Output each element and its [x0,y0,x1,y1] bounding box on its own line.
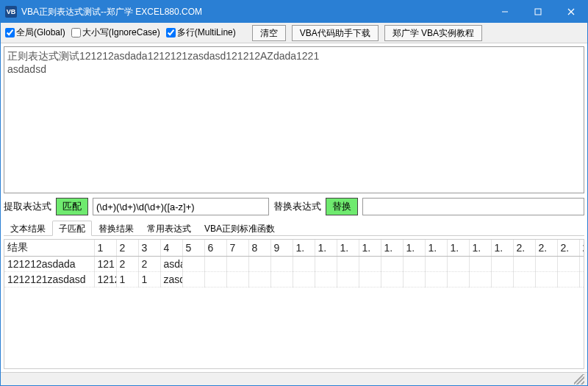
col-header[interactable]: 结果 [4,240,94,257]
cell: 121 [94,257,116,272]
multiline-checkbox-input[interactable] [166,28,176,37]
ignorecase-checkbox-input[interactable] [71,28,81,37]
table-row[interactable]: 1212121zasdasd121211zasdasd [4,272,584,287]
cell [491,272,513,287]
cell [381,272,403,287]
col-header[interactable]: 1. [381,240,403,257]
cell [469,272,491,287]
titlebar: VB VBA正则表达式测试--郑广学 EXCEL880.COM [1,1,587,23]
cell [425,272,447,287]
tutorial-button[interactable]: 郑广学 VBA实例教程 [384,25,482,41]
col-header[interactable]: 6 [204,240,226,257]
cell: 1212121zasdasd [4,272,94,287]
multiline-checkbox-label: 多行(MultiLine) [177,26,236,39]
cell [403,257,425,272]
cell [204,272,226,287]
minimize-button[interactable] [488,1,521,23]
global-checkbox-label: 全局(Global) [16,26,65,39]
cell [248,257,270,272]
close-button[interactable] [554,1,587,23]
cell [315,257,337,272]
cell [491,257,513,272]
download-button[interactable]: VBA代码助手下载 [292,25,379,41]
result-grid[interactable]: 结果1234567891.1.1.1.1.1.1.1.1.1.2.2.2.2.2… [4,239,584,369]
cell [469,257,491,272]
table-row[interactable]: 121212asdada12122asdada [4,257,584,272]
cell [513,272,535,287]
tab-1[interactable]: 子匹配 [52,221,92,236]
col-header[interactable]: 3 [138,240,160,257]
cell: 1212 [94,272,116,287]
result-table: 结果1234567891.1.1.1.1.1.1.1.1.1.2.2.2.2.2… [4,240,584,287]
global-checkbox-input[interactable] [5,28,15,37]
col-header[interactable]: 1. [425,240,447,257]
col-header[interactable]: 1. [403,240,425,257]
cell [337,257,359,272]
multiline-checkbox[interactable]: 多行(MultiLine) [166,26,236,39]
cell [182,257,204,272]
col-header[interactable]: 1. [469,240,491,257]
col-header[interactable]: 7 [226,240,248,257]
cell [513,257,535,272]
tab-4[interactable]: VBA正则标准函数 [198,221,282,236]
col-header[interactable]: 2. [535,240,557,257]
col-header[interactable]: 9 [270,240,293,257]
col-header[interactable]: 1. [447,240,469,257]
cell [425,257,447,272]
tab-2[interactable]: 替换结果 [92,221,140,236]
tab-3[interactable]: 常用表达式 [140,221,198,236]
ignorecase-checkbox[interactable]: 大小写(IgnoreCase) [71,26,160,39]
cell [557,272,579,287]
cell [226,272,248,287]
cell: 1 [138,272,160,287]
col-header[interactable]: 2. [557,240,579,257]
cell [182,272,204,287]
cell [315,272,337,287]
cell [579,272,584,287]
maximize-button[interactable] [521,1,554,23]
cell [337,272,359,287]
match-button[interactable]: 匹配 [56,198,88,215]
cell [270,272,293,287]
pattern-input[interactable] [93,198,269,215]
col-header[interactable]: 2 [116,240,138,257]
col-header[interactable]: 2. [513,240,535,257]
col-header[interactable]: 1. [337,240,359,257]
window-title: VBA正则表达式测试--郑广学 EXCEL880.COM [21,6,488,18]
cell [579,257,584,272]
cell: zasdasd [160,272,182,287]
cell: 2 [116,257,138,272]
cell: asdada [160,257,182,272]
app-window: VB VBA正则表达式测试--郑广学 EXCEL880.COM 全局(Globa… [0,0,588,386]
col-header[interactable]: 5 [182,240,204,257]
col-header[interactable]: 1 [94,240,116,257]
resize-handle-icon[interactable] [574,374,584,385]
col-header[interactable]: 8 [248,240,270,257]
content-area: 提取表达式 匹配 替换表达式 替换 文本结果子匹配替换结果常用表达式VBA正则标… [1,43,587,372]
cell [557,257,579,272]
cell [359,257,381,272]
cell [381,257,403,272]
cell [535,272,557,287]
replace-label: 替换表达式 [273,200,321,213]
col-header[interactable]: 1. [315,240,337,257]
tab-0[interactable]: 文本结果 [4,221,52,236]
cell [226,257,248,272]
input-textarea[interactable] [4,46,584,193]
cell [447,257,469,272]
col-header[interactable]: 4 [160,240,182,257]
clear-button[interactable]: 清空 [252,25,286,41]
extract-label: 提取表达式 [4,200,51,213]
replace-input[interactable] [362,198,584,215]
cell [447,272,469,287]
col-header[interactable]: 2. [579,240,584,257]
col-header[interactable]: 1. [359,240,381,257]
replace-button[interactable]: 替换 [326,198,358,215]
svg-rect-1 [535,9,541,15]
ignorecase-checkbox-label: 大小写(IgnoreCase) [82,26,160,39]
col-header[interactable]: 1. [293,240,315,257]
global-checkbox[interactable]: 全局(Global) [5,26,65,39]
cell [403,272,425,287]
col-header[interactable]: 1. [491,240,513,257]
cell: 121212asdada [4,257,94,272]
